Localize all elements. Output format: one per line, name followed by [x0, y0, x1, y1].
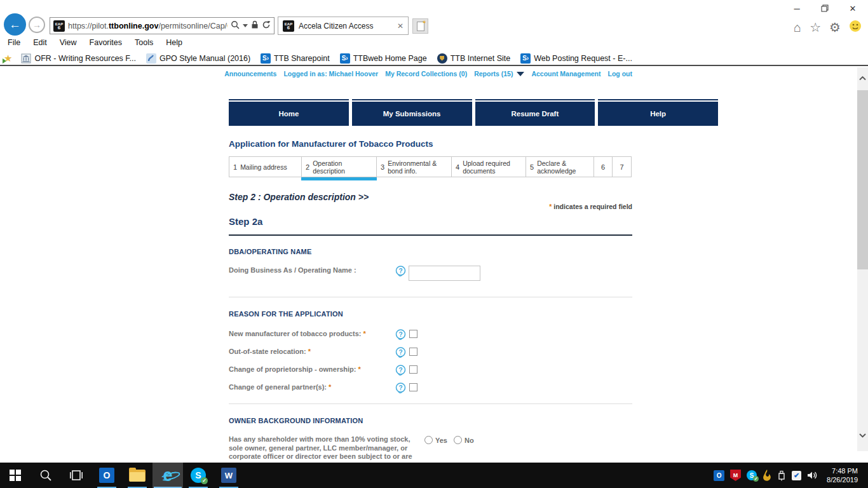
nav-help-button[interactable]: Help: [598, 102, 718, 126]
taskbar-file-explorer[interactable]: [122, 463, 153, 488]
tab-close-icon[interactable]: ✕: [397, 22, 403, 30]
link-reports[interactable]: Reports (15): [474, 70, 524, 78]
tray-usb-icon[interactable]: [777, 470, 786, 481]
new-tab-button[interactable]: ✶: [412, 18, 428, 34]
help-icon[interactable]: ?: [395, 365, 406, 377]
dba-operating-name-input[interactable]: [409, 266, 480, 281]
step-tab-6[interactable]: 6: [594, 156, 613, 177]
link-my-record-collections[interactable]: My Record Collections (0): [385, 70, 467, 78]
reason-row-proprietorship: Change of proprietorship - ownership: * …: [229, 365, 417, 377]
menu-help[interactable]: Help: [159, 36, 189, 50]
home-icon[interactable]: ⌂: [794, 21, 801, 34]
step-tab-5-declare-acknowledge[interactable]: 5 Declare & acknowledge: [526, 156, 594, 177]
scroll-up-icon[interactable]: [858, 74, 867, 82]
favorite-web-posting-request[interactable]: S› Web Posting Request - E-...: [515, 53, 637, 64]
menu-file[interactable]: File: [1, 36, 27, 50]
feedback-smiley-icon[interactable]: [849, 20, 862, 35]
scrollbar-thumb[interactable]: [857, 90, 868, 269]
taskbar-clock[interactable]: 7:48 PM 8/26/2019: [824, 466, 862, 484]
settings-gear-icon[interactable]: ⚙: [829, 21, 841, 34]
start-button[interactable]: [0, 463, 31, 488]
nav-resume-draft-button[interactable]: Resume Draft: [475, 102, 595, 126]
address-bar[interactable]: EAP6 https://pilot.ttbonline.gov/permits…: [50, 17, 275, 34]
reason-label: New manufacturer of tobacco products:: [229, 330, 361, 337]
tray-skype-icon[interactable]: S✓: [747, 470, 757, 480]
close-button[interactable]: ✕: [839, 0, 867, 17]
logged-in-as: Logged in as: Michael Hoover: [283, 70, 378, 78]
lock-icon: [251, 20, 259, 32]
step-tab-1-mailing-address[interactable]: 1 Mailing address: [229, 156, 302, 177]
tray-volume-icon[interactable]: [807, 470, 818, 480]
tray-outlook-icon[interactable]: O: [714, 470, 724, 481]
help-icon[interactable]: ?: [395, 347, 406, 360]
refresh-icon[interactable]: [262, 20, 271, 32]
reason-row-general-partners: Change of general partner(s): * ?: [229, 383, 417, 395]
favorite-ttb-sharepoint[interactable]: S› TTB Sharepoint: [255, 53, 335, 64]
link-log-out[interactable]: Log out: [608, 70, 632, 78]
back-button[interactable]: ←: [4, 13, 26, 36]
favorite-ofr[interactable]: OFR - Writing Resources F...: [16, 53, 141, 64]
search-icon[interactable]: [231, 20, 240, 32]
forward-arrow-icon: →: [32, 20, 41, 30]
favorites-star-icon[interactable]: ☆: [810, 21, 821, 34]
task-view-icon: [70, 470, 83, 481]
forward-button[interactable]: →: [29, 17, 45, 33]
help-icon[interactable]: ?: [395, 383, 406, 395]
radio-option-no[interactable]: No: [454, 436, 474, 444]
required-asterisk: *: [358, 365, 361, 373]
url-text[interactable]: https://pilot.ttbonline.gov/permitsonlin…: [68, 22, 227, 30]
radio-yes[interactable]: [424, 436, 433, 444]
checkbox-new-manufacturer[interactable]: [409, 330, 417, 338]
checkbox-out-of-state-relocation[interactable]: [409, 348, 417, 356]
nav-my-submissions-button[interactable]: My Submissions: [352, 102, 472, 126]
required-asterisk: *: [308, 348, 311, 355]
help-icon[interactable]: ?: [395, 329, 406, 342]
windows-logo-icon: [10, 470, 21, 481]
menu-edit[interactable]: Edit: [27, 36, 53, 50]
step-tab-2-operation-description[interactable]: 2 Operation description: [302, 156, 377, 177]
address-dropdown-icon[interactable]: [243, 24, 248, 27]
favorite-gpo-style-manual[interactable]: GPO Style Manual (2016): [141, 53, 255, 64]
step-tab-3-environmental-bond[interactable]: 3 Environmental & bond info.: [377, 156, 452, 177]
tray-sync-icon[interactable]: ✔: [792, 471, 801, 480]
tray-flame-icon[interactable]: [763, 470, 771, 481]
step-heading: Step 2 : Operation description >>: [229, 192, 369, 202]
help-icon[interactable]: ?: [395, 266, 406, 278]
browser-tab[interactable]: EAP6 Accela Citizen Access ✕: [278, 17, 409, 35]
menu-view[interactable]: View: [53, 36, 83, 50]
taskbar-outlook[interactable]: O: [92, 463, 122, 488]
reports-dropdown-icon: [517, 72, 524, 76]
radio-option-yes[interactable]: Yes: [424, 436, 447, 444]
search-icon: [39, 469, 52, 482]
tray-mcafee-icon[interactable]: M: [730, 470, 741, 481]
link-announcements[interactable]: Announcements: [224, 70, 276, 78]
step-tab-4-upload-documents[interactable]: 4 Upload required documents: [452, 156, 526, 177]
dba-field-label: Doing Business As / Operating Name :: [229, 266, 395, 274]
back-arrow-icon: ←: [9, 18, 21, 32]
restore-button[interactable]: [811, 0, 839, 17]
add-favorite-icon[interactable]: ★: [4, 53, 12, 64]
taskbar-skype[interactable]: S✓: [183, 463, 214, 488]
radio-no[interactable]: [454, 436, 462, 444]
taskbar-search-button[interactable]: [31, 463, 61, 488]
menu-favorites[interactable]: Favorites: [83, 36, 128, 50]
nav-home-button[interactable]: Home: [229, 102, 349, 126]
required-asterisk: *: [329, 383, 331, 391]
scroll-down-icon[interactable]: [858, 431, 867, 439]
task-view-button[interactable]: [61, 463, 92, 488]
section-divider: [229, 297, 632, 297]
sharepoint-icon: S›: [261, 53, 271, 64]
taskbar-internet-explorer[interactable]: e: [153, 463, 183, 488]
checkbox-change-proprietorship[interactable]: [409, 365, 417, 374]
favorite-ttbweb-home[interactable]: S› TTBweb Home Page: [335, 53, 432, 64]
link-account-management[interactable]: Account Management: [531, 70, 600, 78]
checkbox-change-general-partners[interactable]: [409, 383, 417, 391]
step-tab-7[interactable]: 7: [613, 156, 632, 177]
taskbar-word[interactable]: W: [214, 463, 244, 488]
menu-tools[interactable]: Tools: [128, 36, 159, 50]
minimize-button[interactable]: ─: [783, 0, 811, 17]
vertical-scrollbar[interactable]: [857, 67, 868, 451]
menu-bar: File Edit View Favorites Tools Help: [1, 36, 189, 50]
owner-section-title: OWNER BACKGROUND INFORMATION: [229, 417, 363, 424]
favorite-ttb-internet-site[interactable]: TTB Internet Site: [432, 53, 515, 64]
